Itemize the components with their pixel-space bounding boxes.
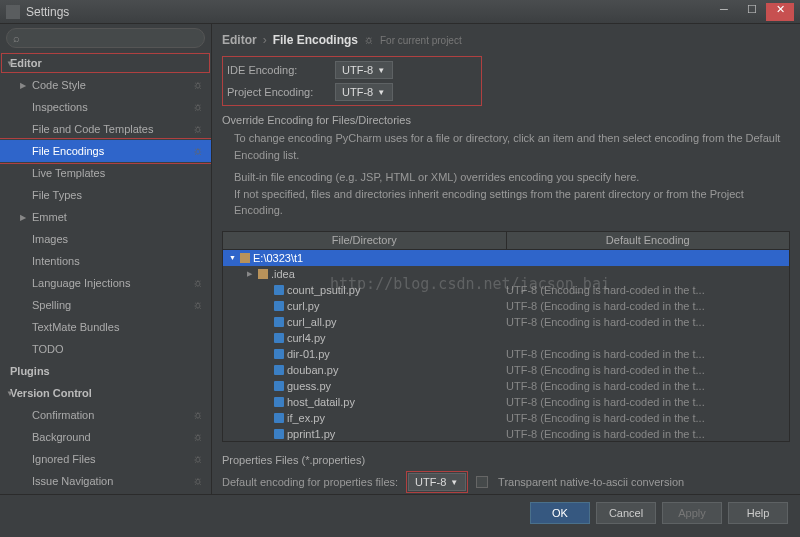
transparent-label: Transparent native-to-ascii conversion <box>498 476 684 488</box>
table-row[interactable]: curl_all.pyUTF-8 (Encoding is hard-coded… <box>223 314 789 330</box>
py-icon <box>274 285 284 295</box>
sidebar-item-language-injections[interactable]: Language Injections⛭ <box>0 272 211 294</box>
breadcrumb-sep: › <box>263 33 267 47</box>
sidebar: ⌕ ▼Editor▶Code Style⛭Inspections⛭File an… <box>0 24 212 494</box>
gear-icon: ⛭ <box>193 454 203 465</box>
table-row[interactable]: guess.pyUTF-8 (Encoding is hard-coded in… <box>223 378 789 394</box>
maximize-button[interactable]: ☐ <box>738 3 766 21</box>
app-icon <box>6 5 20 19</box>
breadcrumb-scope: For current project <box>380 35 462 46</box>
table-row-idea[interactable]: ▶.idea <box>223 266 789 282</box>
ide-encoding-combo[interactable]: UTF-8 ▼ <box>335 61 393 79</box>
gear-icon: ⛭ <box>193 278 203 289</box>
sidebar-item-emmet[interactable]: ▶Emmet <box>0 206 211 228</box>
sidebar-item-issue-navigation[interactable]: Issue Navigation⛭ <box>0 470 211 492</box>
window-title: Settings <box>26 5 69 19</box>
search-input[interactable]: ⌕ <box>6 28 205 48</box>
sidebar-section-plugins[interactable]: Plugins <box>0 360 211 382</box>
breadcrumb-current: File Encodings <box>273 33 358 47</box>
gear-icon: ⛭ <box>193 300 203 311</box>
props-title: Properties Files (*.properties) <box>222 454 790 466</box>
sidebar-item-confirmation[interactable]: Confirmation⛭ <box>0 404 211 426</box>
sidebar-item-file-types[interactable]: File Types <box>0 184 211 206</box>
titlebar: Settings ─ ☐ ✕ <box>0 0 800 24</box>
table-row[interactable]: host_datail.pyUTF-8 (Encoding is hard-co… <box>223 394 789 410</box>
sidebar-section-editor[interactable]: ▼Editor <box>0 52 211 74</box>
search-icon: ⌕ <box>13 32 20 44</box>
table-row[interactable]: curl.pyUTF-8 (Encoding is hard-coded in … <box>223 298 789 314</box>
main-panel: Editor › File Encodings ⛭ For current pr… <box>212 24 800 494</box>
ide-encoding-label: IDE Encoding: <box>227 64 327 76</box>
py-icon <box>274 333 284 343</box>
folder-icon <box>258 269 268 279</box>
minimize-button[interactable]: ─ <box>710 3 738 21</box>
sidebar-item-inspections[interactable]: Inspections⛭ <box>0 96 211 118</box>
py-icon <box>274 365 284 375</box>
transparent-checkbox[interactable] <box>476 476 488 488</box>
gear-icon: ⛭ <box>193 146 203 157</box>
chevron-down-icon: ▼ <box>450 478 458 487</box>
cancel-button[interactable]: Cancel <box>596 502 656 524</box>
table-row-root[interactable]: ▼E:\0323\t1 <box>223 250 789 266</box>
sidebar-item-spelling[interactable]: Spelling⛭ <box>0 294 211 316</box>
table-row[interactable]: if_ex.pyUTF-8 (Encoding is hard-coded in… <box>223 410 789 426</box>
sidebar-item-file-and-code-templates[interactable]: File and Code Templates⛭ <box>0 118 211 140</box>
py-icon <box>274 413 284 423</box>
sidebar-item-images[interactable]: Images <box>0 228 211 250</box>
py-icon <box>274 349 284 359</box>
sidebar-item-ignored-files[interactable]: Ignored Files⛭ <box>0 448 211 470</box>
gear-icon: ⛭ <box>193 102 203 113</box>
sidebar-item-code-style[interactable]: ▶Code Style⛭ <box>0 74 211 96</box>
override-help: To change encoding PyCharm uses for a fi… <box>222 130 790 225</box>
file-table-body[interactable]: ▼E:\0323\t1▶.ideacount_psutil.pyUTF-8 (E… <box>223 250 789 442</box>
py-icon <box>274 317 284 327</box>
gear-icon: ⛭ <box>193 410 203 421</box>
gear-icon: ⛭ <box>193 80 203 91</box>
file-encoding-table: File/Directory Default Encoding ▼E:\0323… <box>222 231 790 443</box>
sidebar-section-version-control[interactable]: ▼Version Control <box>0 382 211 404</box>
table-row[interactable]: douban.pyUTF-8 (Encoding is hard-coded i… <box>223 362 789 378</box>
table-row[interactable]: dir-01.pyUTF-8 (Encoding is hard-coded i… <box>223 346 789 362</box>
scope-icon: ⛭ <box>364 35 374 46</box>
chevron-down-icon: ▼ <box>377 88 385 97</box>
apply-button[interactable]: Apply <box>662 502 722 524</box>
sidebar-item-file-encodings[interactable]: File Encodings⛭ <box>0 140 211 162</box>
props-label: Default encoding for properties files: <box>222 476 398 488</box>
sidebar-item-todo[interactable]: TODO <box>0 338 211 360</box>
gear-icon: ⛭ <box>193 124 203 135</box>
project-encoding-combo[interactable]: UTF-8 ▼ <box>335 83 393 101</box>
table-row[interactable]: pprint1.pyUTF-8 (Encoding is hard-coded … <box>223 426 789 442</box>
gear-icon: ⛭ <box>193 432 203 443</box>
py-icon <box>274 397 284 407</box>
folder-icon <box>240 253 250 263</box>
sidebar-item-background[interactable]: Background⛭ <box>0 426 211 448</box>
sidebar-item-textmate-bundles[interactable]: TextMate Bundles <box>0 316 211 338</box>
help-button[interactable]: Help <box>728 502 788 524</box>
breadcrumb-parent: Editor <box>222 33 257 47</box>
col-encoding[interactable]: Default Encoding <box>507 232 790 249</box>
col-file[interactable]: File/Directory <box>223 232 507 249</box>
sidebar-item-live-templates[interactable]: Live Templates <box>0 162 211 184</box>
breadcrumb: Editor › File Encodings ⛭ For current pr… <box>222 30 790 50</box>
close-button[interactable]: ✕ <box>766 3 794 21</box>
settings-tree: ▼Editor▶Code Style⛭Inspections⛭File and … <box>0 52 211 494</box>
ok-button[interactable]: OK <box>530 502 590 524</box>
table-row[interactable]: count_psutil.pyUTF-8 (Encoding is hard-c… <box>223 282 789 298</box>
props-encoding-combo[interactable]: UTF-8 ▼ <box>408 473 466 491</box>
override-title: Override Encoding for Files/Directories <box>222 114 790 126</box>
py-icon <box>274 381 284 391</box>
gear-icon: ⛭ <box>193 476 203 487</box>
dialog-footer: OK Cancel Apply Help <box>0 494 800 530</box>
project-encoding-label: Project Encoding: <box>227 86 327 98</box>
sidebar-item-changelist-conflicts[interactable]: Changelist Conflicts⛭ <box>0 492 211 494</box>
table-row[interactable]: curl4.py <box>223 330 789 346</box>
sidebar-item-intentions[interactable]: Intentions <box>0 250 211 272</box>
chevron-down-icon: ▼ <box>377 66 385 75</box>
py-icon <box>274 301 284 311</box>
py-icon <box>274 429 284 439</box>
